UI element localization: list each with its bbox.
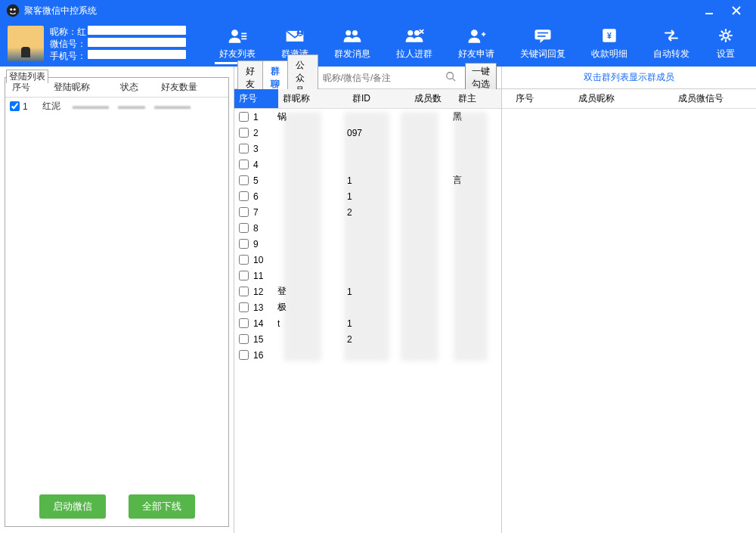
svg-point-1 <box>10 8 12 11</box>
group-table-header: 序号 群昵称 群ID 成员数 群主 <box>234 89 501 109</box>
app-title: 聚客微信中控系统 <box>24 5 97 17</box>
nick-value: 红 <box>77 26 86 38</box>
nick-label: 昵称： <box>50 26 77 38</box>
select-all-button[interactable]: 一键勾选 <box>465 63 497 93</box>
svg-line-31 <box>729 39 731 41</box>
redacted-block <box>88 50 186 59</box>
svg-point-14 <box>352 30 358 36</box>
left-pane: 登陆列表 序号 登陆昵称 状态 好友数量 1 红泥 ▬▬▬▬ ▬▬▬ ▬▬▬▬ … <box>0 67 234 533</box>
all-offline-button[interactable]: 全部下线 <box>129 494 195 519</box>
start-wechat-button[interactable]: 启动微信 <box>39 494 106 519</box>
group-row-checkbox[interactable] <box>239 160 249 169</box>
group-row-checkbox[interactable] <box>239 239 249 249</box>
nav-settings[interactable]: 设置 <box>711 23 741 64</box>
search-input[interactable] <box>318 70 441 86</box>
wx-label: 微信号： <box>50 38 86 50</box>
group-row-checkbox[interactable] <box>239 287 249 296</box>
nav-autoforward[interactable]: 自动转发 <box>649 23 694 64</box>
main-content: 登陆列表 序号 登陆昵称 状态 好友数量 1 红泥 ▬▬▬▬ ▬▬▬ ▬▬▬▬ … <box>0 67 756 533</box>
svg-rect-7 <box>241 33 246 35</box>
svg-point-6 <box>231 29 238 36</box>
svg-point-34 <box>446 73 453 79</box>
svg-point-16 <box>414 30 420 36</box>
nav-keyword[interactable]: 关键词回复 <box>516 23 570 64</box>
nav-payment[interactable]: ¥ 收款明细 <box>587 23 632 64</box>
group-row-checkbox[interactable] <box>239 128 249 138</box>
group-list: 1锅黑20973451言617289101112登113极14t115216 <box>234 109 501 533</box>
member-table-header: 序号 成员昵称 成员微信号 <box>502 89 756 109</box>
group-row-checkbox[interactable] <box>239 350 249 360</box>
login-row[interactable]: 1 红泥 ▬▬▬▬ ▬▬▬ ▬▬▬▬ <box>5 98 228 115</box>
col-seq[interactable]: 序号 <box>234 89 278 108</box>
col-gid[interactable]: 群ID <box>348 89 410 108</box>
svg-rect-9 <box>241 39 246 40</box>
group-row-checkbox[interactable] <box>239 334 249 344</box>
col-owner[interactable]: 群主 <box>454 89 491 108</box>
group-row-checkbox[interactable] <box>239 255 249 265</box>
close-button[interactable] <box>723 0 750 21</box>
search-icon[interactable] <box>441 71 460 84</box>
login-list-legend: 登陆列表 <box>6 70 48 83</box>
nav-friends[interactable]: 好友列表 <box>215 23 260 64</box>
avatar <box>8 26 44 62</box>
group-row-checkbox[interactable] <box>239 112 249 122</box>
col-state: 状态 <box>107 78 152 97</box>
col-members[interactable]: 成员数 <box>410 89 454 108</box>
group-row-checkbox[interactable] <box>239 144 249 153</box>
minimize-button[interactable] <box>696 0 723 21</box>
svg-point-2 <box>14 8 16 11</box>
titlebar: 聚客微信中控系统 <box>0 0 756 21</box>
svg-text:¥: ¥ <box>607 31 612 40</box>
group-row-checkbox[interactable] <box>239 318 249 328</box>
svg-rect-20 <box>535 29 551 39</box>
nav-mass[interactable]: 群发消息 <box>330 23 375 64</box>
tab-row: 好友 群聊 公众号 一键勾选 <box>234 67 501 89</box>
col-member-nick: 成员昵称 <box>547 89 646 108</box>
svg-line-33 <box>729 31 731 33</box>
svg-point-12 <box>299 30 302 33</box>
group-row-checkbox[interactable] <box>239 302 249 312</box>
col-gname[interactable]: 群昵称 <box>278 89 348 108</box>
nav-apply[interactable]: 好友申请 <box>454 23 499 64</box>
header: 昵称：红 微信号： 手机号： 好友列表 群邀请 群发消息 拉人进群 好友申请 关… <box>0 21 756 67</box>
col-seq: 序号 <box>502 89 547 108</box>
group-member-hint: 双击群列表显示群成员 <box>502 67 756 89</box>
group-row-checkbox[interactable] <box>239 271 249 280</box>
svg-point-15 <box>407 30 413 36</box>
middle-pane: 好友 群聊 公众号 一键勾选 序号 群昵称 群ID 成员数 群主 1锅黑2097… <box>234 67 502 533</box>
group-row-checkbox[interactable] <box>239 191 249 201</box>
phone-label: 手机号： <box>50 50 86 62</box>
redacted-block: ▬▬▬▬ ▬▬▬ ▬▬▬▬ <box>73 100 228 113</box>
app-logo-icon <box>6 4 20 17</box>
svg-point-13 <box>345 30 351 36</box>
svg-point-0 <box>7 5 20 17</box>
user-info: 昵称：红 微信号： 手机号： <box>50 26 186 62</box>
redacted-block <box>88 38 186 47</box>
redacted-block <box>88 26 186 35</box>
svg-rect-8 <box>241 36 246 37</box>
svg-line-32 <box>721 39 723 41</box>
group-row-checkbox[interactable] <box>239 207 249 217</box>
login-row-checkbox[interactable] <box>10 101 20 111</box>
col-count: 好友数量 <box>152 78 206 97</box>
nav-pull[interactable]: 拉人进群 <box>392 23 437 64</box>
group-row-checkbox[interactable] <box>239 175 249 185</box>
svg-line-30 <box>721 31 723 33</box>
col-member-wx: 成员微信号 <box>646 89 756 108</box>
svg-line-35 <box>452 79 455 82</box>
group-row-checkbox[interactable] <box>239 223 249 233</box>
svg-point-17 <box>471 29 478 36</box>
right-pane: 双击群列表显示群成员 序号 成员昵称 成员微信号 <box>502 67 756 533</box>
svg-point-25 <box>723 33 729 39</box>
